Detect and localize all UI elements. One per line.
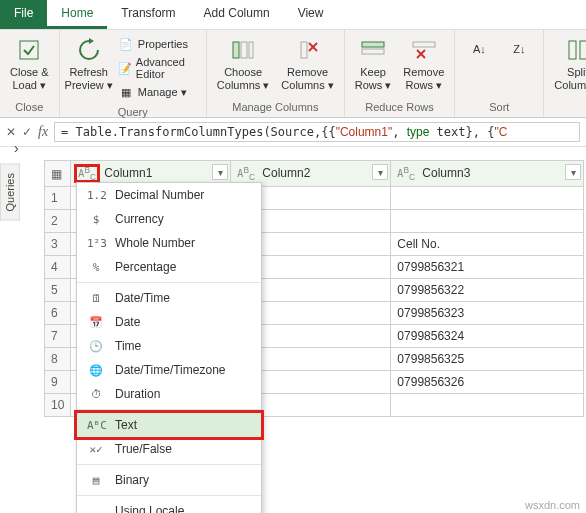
menu-currency-label: Currency — [115, 212, 164, 226]
sort-desc-icon: Z↓ — [505, 36, 533, 64]
properties-label: Properties — [138, 38, 188, 50]
menu-date-label: Date — [115, 315, 140, 329]
group-reduce-rows-label: Reduce Rows — [349, 99, 451, 115]
column3-header[interactable]: ABC Column3 ▾ — [391, 161, 584, 187]
menu-tf-label: True/False — [115, 442, 172, 456]
data-grid: ▦ ABC Column1 ▾ ABC Column2 ▾ ABC Column… — [44, 160, 584, 511]
remove-rows-icon — [410, 36, 438, 64]
column2-filter-icon[interactable]: ▾ — [372, 164, 388, 180]
split-column-button[interactable]: Split Column ▾ — [548, 32, 586, 96]
menu-duration[interactable]: ⏱Duration — [77, 382, 261, 406]
remove-rows-button[interactable]: Remove Rows ▾ — [397, 32, 450, 96]
cell-col3[interactable]: 0799856322 — [391, 279, 584, 302]
menu-truefalse[interactable]: ✕✓True/False — [77, 437, 261, 461]
tab-file[interactable]: File — [0, 0, 47, 29]
tab-home[interactable]: Home — [47, 0, 107, 29]
remove-columns-button[interactable]: Remove Columns ▾ — [275, 32, 339, 96]
split-column-icon — [564, 36, 586, 64]
split-column-label: Split Column ▾ — [554, 66, 586, 92]
menu-using-locale[interactable]: Using Locale… — [77, 499, 261, 513]
cell-col3[interactable]: 0799856326 — [391, 371, 584, 394]
group-close-label: Close — [4, 99, 55, 115]
close-load-button[interactable]: Close & Load ▾ — [4, 32, 55, 96]
svg-rect-8 — [362, 49, 384, 54]
row-number: 5 — [45, 279, 71, 302]
sort-desc-button[interactable]: Z↓ — [499, 32, 539, 70]
formula-input[interactable]: = Table.TransformColumnTypes(Source,{{"C… — [54, 122, 580, 142]
row-number: 9 — [45, 371, 71, 394]
menu-percentage[interactable]: %Percentage — [77, 255, 261, 279]
menu-currency[interactable]: $Currency — [77, 207, 261, 231]
manage-button[interactable]: ▦Manage ▾ — [118, 82, 198, 102]
keep-rows-button[interactable]: Keep Rows ▾ — [349, 32, 398, 96]
advanced-editor-icon: 📝 — [118, 60, 132, 76]
svg-rect-4 — [301, 42, 307, 58]
keep-rows-label: Keep Rows ▾ — [355, 66, 392, 92]
binary-icon: ▤ — [87, 474, 105, 487]
row-number: 6 — [45, 302, 71, 325]
currency-icon: $ — [87, 213, 105, 226]
menu-whole-label: Whole Number — [115, 236, 195, 250]
menu-date[interactable]: 📅Date — [77, 310, 261, 334]
formula-accept-icon[interactable]: ✓ — [22, 125, 32, 139]
tab-transform[interactable]: Transform — [107, 0, 189, 29]
tab-add-column[interactable]: Add Column — [190, 0, 284, 29]
properties-button[interactable]: 📄Properties — [118, 34, 198, 54]
column1-filter-icon[interactable]: ▾ — [212, 164, 228, 180]
text-icon: AᴮC — [87, 419, 105, 432]
cell-col3[interactable]: 0799856325 — [391, 348, 584, 371]
menu-text[interactable]: AᴮCText — [77, 413, 261, 437]
menu-binary[interactable]: ▤Binary — [77, 468, 261, 492]
refresh-preview-button[interactable]: Refresh Preview ▾ — [64, 32, 114, 96]
sort-asc-button[interactable]: A↓ — [459, 32, 499, 70]
cell-col3[interactable]: 0799856321 — [391, 256, 584, 279]
column3-filter-icon[interactable]: ▾ — [565, 164, 581, 180]
refresh-label: Refresh Preview ▾ — [65, 66, 113, 92]
choose-columns-button[interactable]: Choose Columns ▾ — [211, 32, 275, 96]
dtz-icon: 🌐 — [87, 364, 105, 377]
choose-columns-label: Choose Columns ▾ — [217, 66, 269, 92]
cell-col3[interactable]: 0799856323 — [391, 302, 584, 325]
cell-col3[interactable] — [391, 187, 584, 210]
watermark: wsxdn.com — [525, 499, 580, 511]
queries-pane-tab[interactable]: Queries — [0, 164, 20, 221]
remove-columns-icon — [294, 36, 322, 64]
properties-icon: 📄 — [118, 36, 134, 52]
svg-rect-2 — [241, 42, 247, 58]
row-number: 1 — [45, 187, 71, 210]
row-number: 4 — [45, 256, 71, 279]
table-icon-cell[interactable]: ▦ — [45, 161, 71, 187]
column1-type-icon[interactable]: ABC — [77, 167, 97, 180]
whole-icon: 1²3 — [87, 237, 105, 250]
menu-whole-number[interactable]: 1²3Whole Number — [77, 231, 261, 255]
menu-time[interactable]: 🕒Time — [77, 334, 261, 358]
formula-bar: ✕ ✓ fx = Table.TransformColumnTypes(Sour… — [0, 118, 586, 147]
row-number: 3 — [45, 233, 71, 256]
advanced-editor-button[interactable]: 📝Advanced Editor — [118, 54, 198, 82]
menu-locale-label: Using Locale… — [115, 504, 196, 513]
column2-label: Column2 — [262, 166, 310, 180]
cell-col3[interactable]: Cell No. — [391, 233, 584, 256]
tab-view[interactable]: View — [284, 0, 338, 29]
row-number: 7 — [45, 325, 71, 348]
menu-decimal-number[interactable]: 1.2Decimal Number — [77, 183, 261, 207]
cell-col3[interactable] — [391, 210, 584, 233]
refresh-icon — [75, 36, 103, 64]
expand-queries-chev[interactable]: › — [14, 140, 19, 156]
menu-dtz[interactable]: 🌐Date/Time/Timezone — [77, 358, 261, 382]
svg-rect-0 — [20, 41, 38, 59]
menu-dt-label: Date/Time — [115, 291, 170, 305]
menu-text-label: Text — [115, 418, 137, 432]
svg-rect-1 — [233, 42, 239, 58]
datetime-icon: 🗓 — [87, 292, 105, 305]
menu-bin-label: Binary — [115, 473, 149, 487]
cell-col3[interactable]: 0799856324 — [391, 325, 584, 348]
column2-type-icon[interactable]: ABC — [237, 168, 255, 179]
formula-cancel-icon[interactable]: ✕ — [6, 125, 16, 139]
menu-datetime[interactable]: 🗓Date/Time — [77, 286, 261, 310]
fx-icon[interactable]: fx — [38, 124, 48, 140]
cell-col3[interactable] — [391, 394, 584, 417]
column3-type-icon[interactable]: ABC — [397, 168, 415, 179]
remove-columns-label: Remove Columns ▾ — [281, 66, 333, 92]
duration-icon: ⏱ — [87, 388, 105, 401]
